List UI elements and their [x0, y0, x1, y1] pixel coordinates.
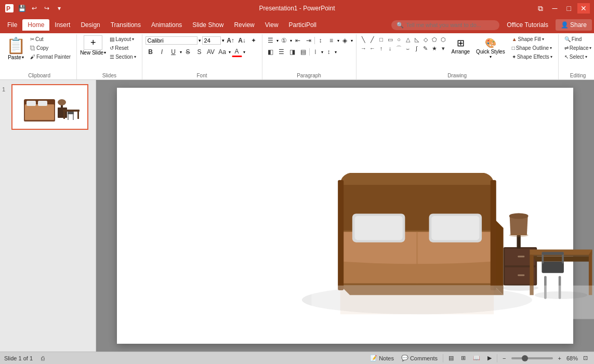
char-spacing-btn[interactable]: AV	[206, 47, 216, 57]
shape-fill-dropdown[interactable]: ▾	[542, 37, 544, 42]
restore-btn[interactable]: ⧉	[535, 3, 546, 14]
shape-diamond[interactable]: ◇	[421, 35, 430, 44]
replace-btn[interactable]: ⇌ Replace ▾	[562, 44, 594, 52]
shape-effects-dropdown[interactable]: ▾	[550, 55, 552, 59]
line-spacing-dropdown[interactable]: ▾	[335, 50, 337, 55]
paste-btn[interactable]: 📋 Paste ▾	[5, 35, 27, 61]
menu-review[interactable]: Review	[229, 19, 259, 31]
menu-slideshow[interactable]: Slide Show	[187, 19, 229, 31]
align-left-btn[interactable]: ◧	[266, 47, 276, 57]
menu-insert[interactable]: Insert	[49, 19, 75, 31]
shape-rt-triangle[interactable]: ◺	[413, 35, 421, 44]
shape-effects-btn[interactable]: ✦ Shape Effects ▾	[509, 53, 555, 61]
fit-window-btn[interactable]: ⊡	[581, 354, 590, 362]
search-input[interactable]	[406, 22, 494, 28]
copy-btn[interactable]: ⿻ Copy	[28, 44, 73, 52]
shape-pentagon[interactable]: ⬠	[430, 35, 439, 44]
cut-btn[interactable]: ✂ Cut	[28, 35, 73, 43]
section-btn[interactable]: ☰ Section ▾	[107, 53, 138, 61]
quick-styles-btn[interactable]: 🎨 Quick Styles ▾	[474, 35, 507, 61]
increase-indent-btn[interactable]: ⇥	[303, 35, 314, 46]
shape-star[interactable]: ★	[430, 44, 439, 52]
shape-freeform[interactable]: ✎	[421, 44, 430, 52]
shape-line2[interactable]: ╱	[368, 35, 377, 44]
shape-fill-btn[interactable]: ▲ Shape Fill ▾	[509, 35, 555, 43]
shape-outline-dropdown[interactable]: ▾	[550, 46, 552, 50]
redo-quick-btn[interactable]: ↪	[42, 3, 52, 14]
change-case-dropdown[interactable]: ▾	[229, 50, 231, 55]
shape-arc[interactable]: ⌣	[404, 44, 412, 52]
bullets-dropdown[interactable]: ▾	[276, 38, 279, 43]
font-color-btn[interactable]: A	[232, 47, 242, 57]
font-color-dropdown[interactable]: ▾	[243, 50, 245, 55]
text-shadow-btn[interactable]: S	[194, 47, 205, 57]
underline-dropdown[interactable]: ▾	[180, 50, 182, 55]
shape-arrow-d[interactable]: ↓	[386, 44, 394, 52]
font-size-decrease-btn[interactable]: A↓	[237, 35, 247, 46]
zoom-slider[interactable]	[511, 357, 553, 359]
menu-share[interactable]: 👤Share	[556, 19, 592, 31]
new-slide-btn[interactable]: + New Slide ▾	[80, 35, 106, 56]
format-painter-btn[interactable]: 🖌 Format Painter	[28, 53, 73, 61]
menu-transitions[interactable]: Transitions	[105, 19, 146, 31]
shape-curve[interactable]: ⌒	[395, 44, 403, 52]
replace-dropdown[interactable]: ▾	[589, 46, 591, 50]
reset-btn[interactable]: ↺ Reset	[107, 44, 138, 52]
new-slide-dropdown[interactable]: ▾	[104, 50, 106, 55]
align-text-dropdown[interactable]: ▾	[337, 38, 339, 43]
col-btn[interactable]: ⁞	[310, 47, 321, 57]
slide-thumb-1[interactable]	[11, 84, 88, 130]
customize-quick-btn[interactable]: ▾	[54, 3, 64, 14]
line-spacing-btn[interactable]: ↕	[324, 47, 334, 57]
menu-home[interactable]: Home	[22, 19, 49, 31]
accessibility-btn[interactable]: ⎙	[39, 355, 47, 362]
slide-sorter-btn[interactable]: ⊞	[459, 354, 468, 362]
shape-line[interactable]: ╲	[360, 35, 368, 44]
italic-btn[interactable]: I	[157, 47, 167, 57]
smartart-dropdown[interactable]: ▾	[351, 38, 353, 43]
font-size-increase-btn[interactable]: A↑	[226, 35, 236, 46]
justify-btn[interactable]: ▤	[298, 47, 309, 57]
save-quick-btn[interactable]: 💾	[17, 3, 27, 14]
font-name-input[interactable]	[146, 36, 197, 45]
shape-hexagon[interactable]: ⬡	[439, 35, 447, 44]
close-btn[interactable]: ✕	[577, 3, 590, 14]
shape-oval[interactable]: ○	[395, 35, 403, 44]
shape-bezier[interactable]: ∫	[413, 44, 421, 52]
select-btn[interactable]: ↖ Select ▾	[562, 53, 590, 61]
arrange-btn[interactable]: ⊞ Arrange	[450, 35, 472, 57]
paste-dropdown[interactable]: ▾	[22, 55, 24, 60]
menu-view[interactable]: View	[260, 19, 284, 31]
undo-quick-btn[interactable]: ↩	[29, 3, 39, 14]
menu-animations[interactable]: Animations	[146, 19, 187, 31]
clear-formatting-btn[interactable]: ✦	[248, 35, 259, 46]
zoom-in-btn[interactable]: +	[556, 355, 563, 362]
menu-design[interactable]: Design	[75, 19, 105, 31]
change-case-btn[interactable]: Aa	[217, 47, 228, 57]
normal-view-btn[interactable]: ▤	[446, 354, 456, 362]
align-center-btn[interactable]: ☰	[276, 47, 287, 57]
menu-office-tutorials[interactable]: Office Tutorials	[501, 19, 553, 31]
decrease-indent-btn[interactable]: ⇤	[293, 35, 303, 46]
maximize-btn[interactable]: □	[564, 3, 574, 14]
slide-canvas[interactable]	[117, 88, 573, 344]
col-dropdown[interactable]: ▾	[321, 50, 323, 55]
notes-btn[interactable]: 📝 Notes	[368, 354, 396, 362]
main-canvas-area[interactable]	[96, 80, 594, 352]
slideshow-btn[interactable]: ▶	[485, 354, 494, 362]
underline-btn[interactable]: U	[168, 47, 179, 57]
zoom-out-btn[interactable]: −	[500, 355, 508, 362]
font-size-dropdown[interactable]: ▾	[222, 38, 225, 43]
quick-styles-dropdown[interactable]: ▾	[490, 55, 492, 59]
align-right-btn[interactable]: ◨	[287, 47, 298, 57]
numbering-btn[interactable]: ①	[279, 35, 289, 46]
bullets-btn[interactable]: ☰	[266, 35, 276, 46]
align-text-btn[interactable]: ≡	[326, 35, 337, 46]
shape-arrow-r[interactable]: →	[360, 44, 368, 52]
find-btn[interactable]: 🔍 Find	[562, 35, 584, 43]
shape-arrow-u[interactable]: ↑	[377, 44, 386, 52]
menu-participoll[interactable]: ParticiPoll	[284, 19, 322, 31]
shape-rounded-rect[interactable]: ▭	[386, 35, 394, 44]
comments-btn[interactable]: 💬 Comments	[399, 354, 440, 362]
font-size-input[interactable]	[202, 36, 221, 45]
